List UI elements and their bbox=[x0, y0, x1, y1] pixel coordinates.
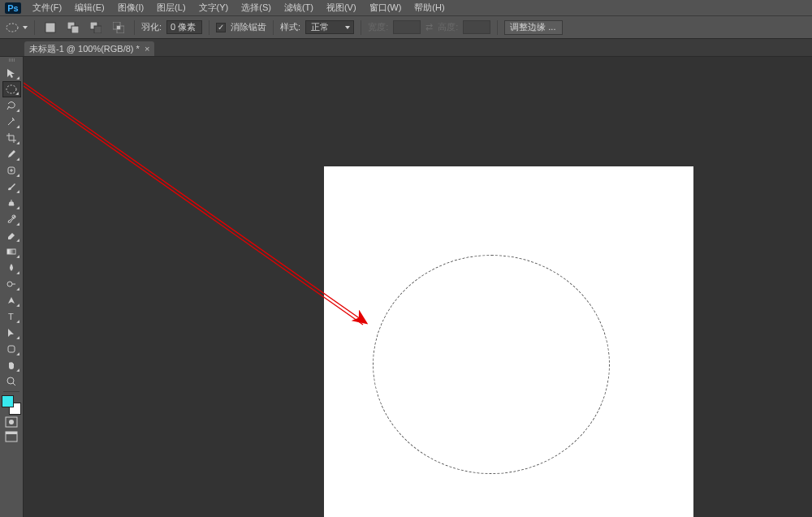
svg-point-16 bbox=[7, 377, 14, 384]
selection-new-icon[interactable] bbox=[41, 19, 59, 36]
path-selection-tool[interactable] bbox=[2, 325, 21, 341]
width-input bbox=[393, 20, 421, 34]
document-tab-bar: 未标题-1 @ 100%(RGB/8) * × bbox=[0, 39, 812, 57]
separator bbox=[361, 20, 361, 35]
close-tab-icon[interactable]: × bbox=[145, 44, 149, 54]
svg-rect-4 bbox=[90, 22, 97, 29]
app-logo: Ps bbox=[5, 2, 21, 14]
eraser-tool[interactable] bbox=[2, 227, 21, 243]
svg-rect-1 bbox=[45, 23, 55, 32]
document-tab[interactable]: 未标题-1 @ 100%(RGB/8) * × bbox=[24, 41, 154, 56]
svg-rect-7 bbox=[117, 26, 124, 33]
style-label: 样式: bbox=[280, 21, 300, 33]
history-brush-tool[interactable] bbox=[2, 211, 21, 227]
feather-label: 羽化: bbox=[141, 21, 162, 33]
menu-file[interactable]: 文件(F) bbox=[28, 0, 67, 15]
hand-tool[interactable] bbox=[2, 357, 21, 373]
svg-rect-3 bbox=[71, 26, 79, 33]
menu-edit[interactable]: 编辑(E) bbox=[70, 0, 110, 15]
height-input bbox=[463, 20, 490, 34]
clone-stamp-tool[interactable] bbox=[2, 195, 21, 211]
current-tool-indicator[interactable] bbox=[5, 19, 28, 36]
separator bbox=[273, 20, 274, 35]
panel-grip-icon[interactable] bbox=[3, 58, 19, 63]
chevron-down-icon bbox=[23, 26, 28, 29]
elliptical-marquee-tool[interactable] bbox=[2, 81, 21, 97]
color-swatches[interactable] bbox=[2, 395, 21, 415]
separator bbox=[3, 391, 19, 392]
foreground-color-swatch[interactable] bbox=[2, 395, 14, 407]
document-tab-title: 未标题-1 @ 100%(RGB/8) * bbox=[29, 43, 140, 55]
svg-point-9 bbox=[6, 85, 16, 93]
svg-rect-15 bbox=[8, 346, 15, 352]
menu-type[interactable]: 文字(Y) bbox=[194, 0, 234, 15]
separator bbox=[209, 20, 209, 35]
svg-point-0 bbox=[6, 24, 18, 32]
svg-line-22 bbox=[24, 86, 363, 325]
marquee-selection bbox=[373, 255, 610, 474]
selection-add-icon[interactable] bbox=[64, 19, 82, 36]
pen-tool[interactable] bbox=[2, 292, 21, 308]
tool-palette: T bbox=[0, 57, 24, 517]
antialias-label: 消除锯齿 bbox=[231, 21, 266, 33]
blur-tool[interactable] bbox=[2, 260, 21, 276]
ellipse-marquee-icon bbox=[5, 22, 21, 33]
menu-filter[interactable]: 滤镜(T) bbox=[279, 0, 318, 15]
svg-rect-20 bbox=[6, 432, 17, 434]
healing-brush-tool[interactable] bbox=[2, 162, 21, 179]
menu-window[interactable]: 窗口(W) bbox=[365, 0, 407, 15]
canvas-area[interactable] bbox=[24, 57, 812, 517]
style-dropdown[interactable]: 正常 bbox=[305, 20, 354, 34]
swap-wh-icon: ⇄ bbox=[425, 22, 433, 32]
gradient-tool[interactable] bbox=[2, 243, 21, 260]
svg-text:T: T bbox=[8, 312, 14, 321]
svg-rect-6 bbox=[113, 22, 120, 29]
type-tool[interactable]: T bbox=[2, 308, 21, 325]
selection-intersect-icon[interactable] bbox=[110, 19, 127, 36]
svg-rect-12 bbox=[7, 249, 15, 254]
separator bbox=[34, 20, 35, 35]
svg-rect-5 bbox=[94, 26, 102, 33]
svg-line-21 bbox=[24, 83, 366, 323]
antialias-checkbox[interactable] bbox=[216, 23, 226, 32]
lasso-tool[interactable] bbox=[2, 97, 21, 114]
move-tool[interactable] bbox=[2, 65, 21, 81]
separator bbox=[497, 20, 498, 35]
screen-mode-toggle[interactable] bbox=[2, 429, 21, 444]
options-bar: 羽化: 0 像素 消除锯齿 样式: 正常 宽度: ⇄ 高度: 调整边缘 ... bbox=[0, 16, 812, 39]
quick-mask-toggle[interactable] bbox=[2, 415, 21, 429]
svg-rect-2 bbox=[67, 22, 75, 29]
workspace: T bbox=[0, 57, 812, 517]
svg-rect-10 bbox=[8, 167, 15, 174]
menu-select[interactable]: 选择(S) bbox=[236, 0, 276, 15]
menu-layer[interactable]: 图层(L) bbox=[152, 0, 190, 15]
menu-bar: Ps 文件(F) 编辑(E) 图像(I) 图层(L) 文字(Y) 选择(S) 滤… bbox=[0, 0, 812, 16]
menu-view[interactable]: 视图(V) bbox=[322, 0, 361, 15]
magic-wand-tool[interactable] bbox=[2, 114, 21, 130]
chevron-down-icon bbox=[345, 26, 350, 29]
width-label: 宽度: bbox=[368, 21, 388, 33]
style-value: 正常 bbox=[311, 21, 329, 33]
refine-edge-label: 调整边缘 ... bbox=[510, 21, 555, 33]
separator bbox=[134, 20, 135, 35]
menu-image[interactable]: 图像(I) bbox=[113, 0, 149, 15]
feather-input[interactable]: 0 像素 bbox=[166, 20, 202, 34]
svg-point-11 bbox=[12, 215, 15, 218]
crop-tool[interactable] bbox=[2, 130, 21, 146]
zoom-tool[interactable] bbox=[2, 373, 21, 390]
selection-subtract-icon[interactable] bbox=[87, 19, 105, 36]
refine-edge-button[interactable]: 调整边缘 ... bbox=[504, 20, 563, 35]
eyedropper-tool[interactable] bbox=[2, 146, 21, 162]
svg-point-18 bbox=[9, 420, 14, 424]
svg-rect-8 bbox=[117, 26, 120, 29]
brush-tool[interactable] bbox=[2, 179, 21, 195]
menu-help[interactable]: 帮助(H) bbox=[409, 0, 449, 15]
dodge-tool[interactable] bbox=[2, 276, 21, 292]
svg-point-13 bbox=[7, 282, 12, 287]
height-label: 高度: bbox=[438, 21, 458, 33]
shape-tool[interactable] bbox=[2, 341, 21, 357]
